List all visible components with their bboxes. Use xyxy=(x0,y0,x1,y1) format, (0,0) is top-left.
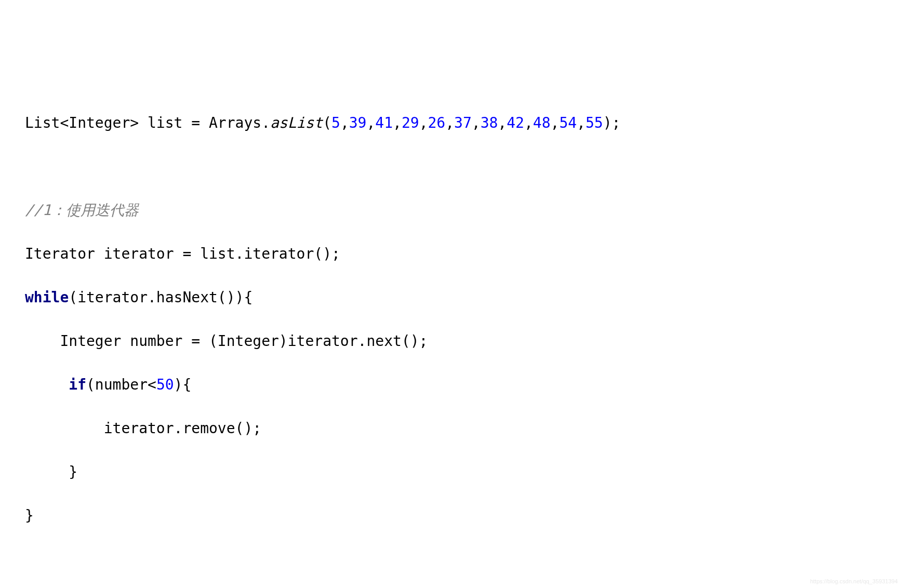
code-text: , xyxy=(393,114,402,131)
code-line-6[interactable]: Integer number = (Integer)iterator.next(… xyxy=(25,330,899,352)
code-text: , xyxy=(445,114,454,131)
code-text: Iterator iterator = list.iterator(); xyxy=(25,245,340,262)
code-number: 38 xyxy=(481,114,498,131)
code-number: 50 xyxy=(156,376,174,393)
code-text: List<Integer> list = Arrays. xyxy=(25,114,270,131)
code-number: 42 xyxy=(507,114,524,131)
code-text: } xyxy=(25,463,77,480)
code-line-blank[interactable] xyxy=(25,549,899,570)
code-line-3[interactable]: //1：使用迭代器 xyxy=(25,199,899,221)
code-comment: //1：使用迭代器 xyxy=(25,202,139,219)
code-text: (iterator.hasNext()){ xyxy=(69,289,253,306)
code-line-5[interactable]: while(iterator.hasNext()){ xyxy=(25,287,899,309)
code-text: } xyxy=(25,507,34,524)
code-number: 54 xyxy=(559,114,577,131)
code-text: , xyxy=(498,114,507,131)
code-text: , xyxy=(340,114,349,131)
code-number: 55 xyxy=(586,114,603,131)
code-number: 48 xyxy=(533,114,551,131)
code-method: asList xyxy=(270,114,323,131)
code-number: 41 xyxy=(375,114,393,131)
code-text: ( xyxy=(323,114,331,131)
watermark: https://blog.csdn.net/qq_35931394 xyxy=(810,577,898,586)
code-editor[interactable]: List<Integer> list = Arrays.asList(5,39,… xyxy=(25,112,899,588)
code-number: 29 xyxy=(402,114,419,131)
code-number: 37 xyxy=(454,114,472,131)
code-text: , xyxy=(524,114,533,131)
code-text: ); xyxy=(603,114,621,131)
code-line-4[interactable]: Iterator iterator = list.iterator(); xyxy=(25,243,899,265)
code-text: , xyxy=(419,114,428,131)
code-text: Integer number = (Integer)iterator.next(… xyxy=(25,332,428,350)
code-number: 5 xyxy=(331,114,340,131)
code-text: , xyxy=(472,114,481,131)
code-line-10[interactable]: } xyxy=(25,505,899,527)
code-text: , xyxy=(577,114,586,131)
code-line-8[interactable]: iterator.remove(); xyxy=(25,418,899,439)
code-line-7[interactable]: if(number<50){ xyxy=(25,374,899,396)
code-line-1[interactable]: List<Integer> list = Arrays.asList(5,39,… xyxy=(25,112,899,134)
code-text: iterator.remove(); xyxy=(25,420,261,437)
code-text: ){ xyxy=(174,376,192,393)
code-text: , xyxy=(551,114,560,131)
code-keyword: if xyxy=(69,376,86,393)
code-text: (number< xyxy=(86,376,156,393)
code-keyword: while xyxy=(25,289,69,306)
code-number: 26 xyxy=(428,114,445,131)
code-number: 39 xyxy=(349,114,367,131)
code-text xyxy=(25,376,69,393)
code-line-9[interactable]: } xyxy=(25,461,899,483)
code-text: , xyxy=(366,114,375,131)
code-line-blank[interactable] xyxy=(25,156,899,178)
